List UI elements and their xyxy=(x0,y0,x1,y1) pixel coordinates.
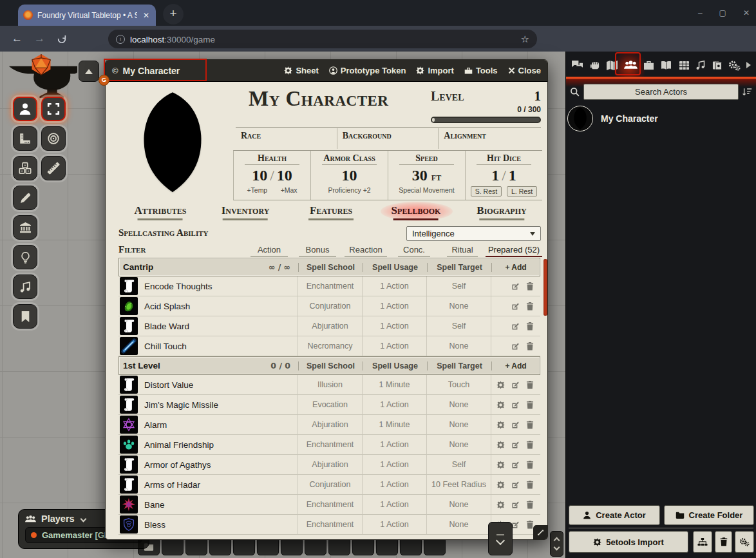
spell-icon-bless[interactable] xyxy=(120,515,138,534)
character-portrait[interactable]: .p1 .hoodfill{fill:#f3f0e4;} .p1 .facefi… xyxy=(115,86,231,200)
tab-spellbook[interactable]: Spellbook xyxy=(392,204,441,220)
playlists-tab-icon[interactable] xyxy=(695,60,706,70)
edit-icon[interactable] xyxy=(511,322,520,331)
spell-row[interactable]: Bless Enchantment 1 Action None xyxy=(118,515,540,535)
temp-hp-label[interactable]: +Temp xyxy=(247,186,267,194)
spell-name[interactable]: Acid Splash xyxy=(144,302,190,311)
hotbar-collapse-button[interactable] xyxy=(488,522,513,555)
compendium-tab-icon[interactable] xyxy=(712,61,723,70)
tables-tab-icon[interactable] xyxy=(679,61,690,70)
macro-slot[interactable] xyxy=(209,537,231,555)
gear-icon[interactable] xyxy=(496,441,505,449)
edit-icon[interactable] xyxy=(511,401,520,409)
short-rest-button[interactable]: S. Rest xyxy=(471,186,502,197)
spell-row[interactable]: Distort Value Illusion 1 Minute Touch xyxy=(118,375,540,395)
filter-prepared[interactable]: Prepared (52) xyxy=(486,245,542,257)
spell-name[interactable]: Distort Value xyxy=(144,380,193,390)
spell-name[interactable]: Armor of Agathys xyxy=(144,460,211,470)
spell-name[interactable]: Encode Thoughts xyxy=(144,282,213,291)
macro-slot[interactable] xyxy=(162,537,184,555)
tools-button[interactable]: Tools xyxy=(464,66,498,75)
sound-controls-button[interactable] xyxy=(13,274,37,299)
sidebar-collapse-icon[interactable] xyxy=(746,62,751,68)
add-spell-button[interactable]: + Add xyxy=(491,263,540,272)
5etools-import-button[interactable]: 5etools Import xyxy=(569,531,688,553)
trash-icon[interactable] xyxy=(526,421,534,429)
back-icon[interactable]: ← xyxy=(12,32,23,45)
gear-icon[interactable] xyxy=(496,401,505,409)
tab-inventory[interactable]: Inventory xyxy=(222,204,270,220)
combat-tab-icon[interactable] xyxy=(589,60,600,71)
ruler-tool-button[interactable] xyxy=(41,156,66,180)
actor-name[interactable]: My Character xyxy=(601,113,658,124)
speed-stat[interactable]: Speed 30 ft Special Movement xyxy=(388,151,465,200)
edit-icon[interactable] xyxy=(511,302,520,311)
lighting-controls-button[interactable] xyxy=(13,245,37,269)
hit-dice-stat[interactable]: Hit Dice 1/1 S. Rest L. Rest xyxy=(465,151,542,200)
filter-ritual[interactable]: Ritual xyxy=(447,245,478,257)
trash-icon[interactable] xyxy=(526,481,534,489)
spell-row[interactable]: Chill Touch Necromancy 1 Action None xyxy=(118,336,540,356)
spell-row[interactable]: Jim's Magic Missile Evocation 1 Action N… xyxy=(118,395,540,415)
sort-filter-icon[interactable] xyxy=(742,87,753,97)
trash-icon[interactable] xyxy=(526,401,534,409)
character-sheet-window[interactable]: © My Character Sheet Prototype Token Imp… xyxy=(105,59,548,540)
character-name[interactable]: My Character xyxy=(249,87,388,111)
gear-icon[interactable] xyxy=(496,501,505,509)
import-button[interactable]: Import xyxy=(416,66,453,75)
trash-icon[interactable] xyxy=(526,342,534,351)
tile-controls-button[interactable] xyxy=(13,156,37,180)
target-tool-button[interactable] xyxy=(41,126,66,151)
spell-name[interactable]: Alarm xyxy=(144,420,167,430)
chat-tab-icon[interactable] xyxy=(571,60,583,71)
spell-icon-scroll[interactable] xyxy=(120,476,138,494)
spell-row[interactable]: Bane Enchantment 1 Action None xyxy=(118,495,540,515)
spell-icon-chill-touch[interactable] xyxy=(120,337,138,355)
edit-icon[interactable] xyxy=(511,441,520,449)
new-tab-button[interactable]: + xyxy=(163,4,184,24)
macro-slot[interactable] xyxy=(257,537,279,555)
trash-icon[interactable] xyxy=(526,322,534,331)
create-folder-button[interactable]: Create Folder xyxy=(664,505,754,525)
drawing-controls-button[interactable] xyxy=(13,186,37,210)
gear-icon[interactable] xyxy=(496,381,505,389)
health-stat[interactable]: Health 10/10 +Temp+Max xyxy=(234,151,310,200)
spell-icon-alarm[interactable] xyxy=(120,416,138,434)
select-tool-button[interactable] xyxy=(41,97,66,121)
minimize-icon[interactable]: – xyxy=(698,8,703,17)
spell-slots[interactable]: ∞ / ∞ xyxy=(269,262,294,272)
game-canvas[interactable]: Players Gamemaster [GM] © My Character S… xyxy=(0,52,756,558)
edit-icon[interactable] xyxy=(511,381,520,389)
edit-icon[interactable] xyxy=(511,282,520,291)
spell-name[interactable]: Blade Ward xyxy=(144,322,189,331)
spell-icon-scroll[interactable] xyxy=(120,317,138,335)
window-resize-handle[interactable] xyxy=(533,525,547,539)
background-field[interactable]: Background xyxy=(337,128,439,149)
spell-slots[interactable]: 0 / 0 xyxy=(270,361,294,370)
actor-avatar[interactable]: .p2 .hoodfill{fill:#f5f3ea;} .p2 .facefi… xyxy=(567,106,593,131)
search-actors-input[interactable] xyxy=(583,84,739,100)
xp-text[interactable]: 0 / 300 xyxy=(517,105,541,114)
bookmark-star-icon[interactable]: ☆ xyxy=(521,34,529,45)
reload-icon[interactable] xyxy=(57,34,67,44)
wall-controls-button[interactable] xyxy=(13,215,37,240)
spellcasting-ability-select[interactable]: Intelligence xyxy=(406,226,541,241)
add-spell-button[interactable]: + Add xyxy=(491,361,540,370)
filter-bonus[interactable]: Bonus xyxy=(299,245,336,257)
spell-name[interactable]: Bane xyxy=(144,500,165,510)
spell-row[interactable]: Arms of Hadar Conjuration 1 Action 10 Fe… xyxy=(118,475,540,495)
gear-icon[interactable] xyxy=(496,461,505,469)
maximize-icon[interactable]: ▢ xyxy=(719,8,726,17)
long-rest-button[interactable]: L. Rest xyxy=(507,186,537,197)
macro-slot[interactable] xyxy=(185,537,207,555)
actor-list-item[interactable]: .p2 .hoodfill{fill:#f5f3ea;} .p2 .facefi… xyxy=(566,104,756,133)
notes-controls-button[interactable] xyxy=(13,304,37,329)
trash-icon[interactable] xyxy=(526,461,534,469)
spell-row[interactable]: Acid Splash Conjuration 1 Action None xyxy=(118,296,540,316)
close-icon[interactable]: ✕ xyxy=(743,8,750,17)
edit-icon[interactable] xyxy=(511,481,520,489)
armor-class-stat[interactable]: Armor Class 10 Proficiency +2 xyxy=(310,151,388,200)
journal-tab-icon[interactable] xyxy=(660,61,672,70)
trash-icon[interactable] xyxy=(526,501,534,509)
edit-icon[interactable] xyxy=(511,501,520,509)
